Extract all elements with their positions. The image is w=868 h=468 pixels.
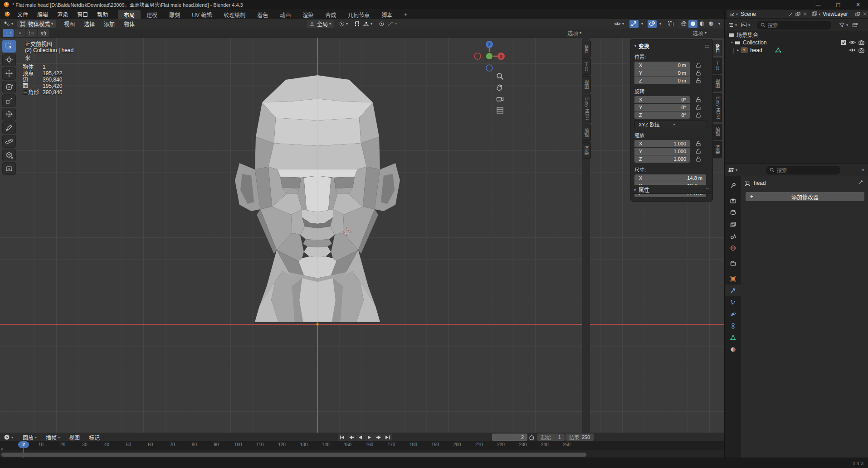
tab-particles[interactable] [725,296,741,308]
shading-rendered-button[interactable] [707,20,716,28]
workspace-tab-着色[interactable]: 着色 [251,10,274,19]
transform-field-dimensions-X[interactable]: X14.8 m [634,174,706,182]
new-viewlayer-icon[interactable] [855,12,860,17]
tool-rotate[interactable] [2,81,16,93]
menu-编辑[interactable]: 编辑 [33,9,53,19]
unlink-scene-icon[interactable]: ✕ [803,11,807,17]
sidebar-tab-条目[interactable]: 条目 [713,40,722,56]
sidebar-tab-视图[interactable]: 视图 [713,75,722,92]
tab-view-layer[interactable] [725,218,741,230]
tab-modifiers[interactable] [725,285,741,296]
lock-icon[interactable] [696,97,701,102]
workspace-tab-+[interactable]: + [398,10,413,19]
shading-dropdown[interactable]: ▾ [716,20,722,28]
tab-world[interactable] [725,242,741,254]
mode-selector[interactable]: 物体模式 ▾ [17,20,56,28]
outliner-filter-image-button[interactable]: ▾ [740,21,751,29]
tool-cursor[interactable] [2,53,16,66]
workspace-tab-脚本[interactable]: 脚本 [375,10,398,19]
tool-options-dropdown[interactable]: 选项 ▾ [566,29,583,37]
lock-icon[interactable] [696,156,701,162]
sidebar-tab-条目[interactable]: 条目 [582,41,591,57]
lock-icon[interactable] [696,70,701,76]
workspace-tab-雕刻[interactable]: 雕刻 [163,10,186,19]
tab-constraints[interactable] [725,320,741,332]
transform-field-location-Y[interactable]: Y0 m [634,69,690,77]
close-button[interactable]: ✕ [848,0,868,9]
frame-end-field[interactable]: 结束 250 [566,434,594,441]
tool-select-box[interactable] [2,40,16,53]
tab-collection[interactable] [725,257,741,269]
breadcrumb-object-name[interactable]: head [754,180,766,186]
lock-icon[interactable] [696,149,701,154]
sidebar-tab-工具[interactable]: 工具 [713,58,722,74]
sidebar-tab-编辑[interactable]: 编辑 [582,125,591,141]
zoom-icon[interactable] [496,72,504,80]
timeline-ruler[interactable]: 1020304050607080901001101201301401501601… [0,441,724,450]
tab-object-data[interactable] [725,332,741,343]
proportional-falloff-button[interactable]: ▾ [386,20,398,28]
snap-toggle[interactable] [353,20,361,28]
tool-move[interactable] [2,67,16,80]
current-frame-field[interactable]: 2 [492,434,527,441]
sidebar-tab-Easy HDRI[interactable]: Easy HDRI [713,93,722,122]
tool-measure[interactable] [2,135,16,148]
new-scene-icon[interactable] [795,12,800,17]
rotation-mode-dropdown[interactable]: XYZ 欧拉 ▾ [634,120,707,128]
lock-icon[interactable] [696,112,701,118]
timeline-scrollbar[interactable] [1,453,586,457]
proportional-edit-toggle[interactable] [377,20,386,28]
outliner-row-scene-collection[interactable]: 场景集合 [725,31,868,39]
tool-scale[interactable] [2,94,16,107]
workspace-tab-纹理绘制[interactable]: 纹理绘制 [218,10,251,19]
transform-field-scale-Y[interactable]: Y1.000 [634,148,690,155]
outliner-row-head[interactable]: | ▸ head [725,46,868,54]
gizmos-toggle[interactable] [629,20,639,28]
add-modifier-button[interactable]: + 添加修改器 [746,192,864,201]
transform-field-location-X[interactable]: X0 m [634,62,690,69]
head-model[interactable] [231,73,404,323]
shading-wireframe-button[interactable] [679,20,688,28]
panel-drag-dots[interactable]: :::: [706,187,709,192]
transform-field-rotation-Z[interactable]: Z0° [634,111,690,119]
workspace-tab-布局[interactable]: 布局 [118,10,141,19]
sidebar-item-panel-collapsed[interactable]: ▸ 属性 :::: [630,185,713,194]
navigation-gizmo[interactable]: Z X [473,40,506,72]
prev-keyframe-button[interactable] [347,434,356,441]
camera-view-icon[interactable] [496,95,504,103]
xray-toggle[interactable] [666,20,675,28]
properties-options-dropdown[interactable]: ▾ [859,166,865,174]
menu-文件[interactable]: 文件 [13,9,33,19]
pan-hand-icon[interactable] [496,84,504,92]
outliner-search-input[interactable]: 搜索 [757,21,831,29]
transform-field-scale-X[interactable]: X1.000 [634,140,690,147]
new-collection-button[interactable] [851,21,860,29]
orientation-selector[interactable]: 全局 ▾ [307,20,334,28]
transform-field-scale-Z[interactable]: Z1.000 [634,155,690,163]
menu-帮助[interactable]: 帮助 [93,9,112,19]
tool-extra[interactable] [2,162,16,175]
remove-viewlayer-icon[interactable]: ✕ [863,11,867,17]
properties-search-input[interactable]: 搜索 [766,166,840,174]
play-button[interactable] [365,434,374,441]
blender-menu-icon[interactable] [4,11,11,17]
transform-field-rotation-Y[interactable]: Y0° [634,104,690,111]
select-mode-intersect-button[interactable] [38,29,49,37]
select-mode-subtract-button[interactable] [26,29,37,37]
timeline-editor-type-button[interactable]: ▾ [2,433,15,441]
sidebar-tab-编辑[interactable]: 编辑 [713,124,722,140]
tab-scene[interactable] [725,230,741,242]
tab-object[interactable] [725,273,741,285]
properties-editor-type-button[interactable]: ▾ [727,166,739,174]
maximize-button[interactable]: ▢ [828,0,848,9]
eye-icon[interactable] [849,48,856,53]
eye-icon[interactable] [849,40,856,45]
transform-field-location-Z[interactable]: Z0 m [634,77,690,84]
viewport-menu-选择[interactable]: 选择 [79,19,99,29]
viewport-menu-视图[interactable]: 视图 [59,19,79,29]
snap-settings-button[interactable]: ▾ [361,20,374,28]
current-frame-indicator[interactable]: 2 [18,441,29,448]
next-keyframe-button[interactable] [374,434,383,441]
lock-icon[interactable] [696,78,701,83]
select-mode-extend-button[interactable] [15,29,25,37]
